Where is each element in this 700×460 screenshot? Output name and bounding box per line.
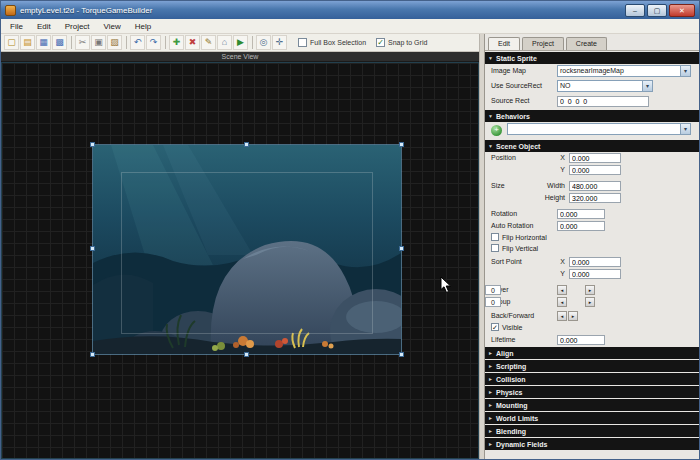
source-rect-input[interactable] xyxy=(557,96,649,107)
new-level-icon[interactable]: ▢ xyxy=(4,35,19,50)
section-header-mounting[interactable]: ►Mounting xyxy=(485,399,699,411)
save-level-icon[interactable]: ▦ xyxy=(36,35,51,50)
snap-to-grid-label: Snap to Grid xyxy=(388,39,427,46)
edit-object-icon[interactable]: ✎ xyxy=(201,35,216,50)
app-icon xyxy=(5,5,16,16)
redo-icon[interactable]: ↷ xyxy=(146,35,161,50)
section-header-physics[interactable]: ►Physics xyxy=(485,386,699,398)
scene-canvas[interactable] xyxy=(1,62,479,459)
delete-object-icon[interactable]: ✖ xyxy=(185,35,200,50)
undo-icon[interactable]: ↶ xyxy=(130,35,145,50)
collapsed-arrow-icon: ► xyxy=(488,438,496,450)
add-object-icon[interactable]: ✚ xyxy=(169,35,184,50)
image-map-value: rocksnearImageMap xyxy=(558,66,680,76)
section-header-scene-object[interactable]: ▼Scene Object xyxy=(485,140,699,152)
behavior-combobox[interactable]: ▾ xyxy=(507,123,691,135)
group-decrement-button[interactable]: ◂ xyxy=(557,297,567,307)
menu-file[interactable]: File xyxy=(3,19,30,34)
tab-project[interactable]: Project xyxy=(522,37,564,50)
resize-handle-top-left[interactable] xyxy=(90,142,95,147)
resize-handle-bottom-left[interactable] xyxy=(90,352,95,357)
tab-create[interactable]: Create xyxy=(566,37,607,50)
x-label: X xyxy=(527,258,565,265)
size-height-input[interactable] xyxy=(569,193,621,203)
pan-tool-icon[interactable]: ✛ xyxy=(272,35,287,50)
size-label: Size xyxy=(491,182,505,189)
maximize-button[interactable]: ▢ xyxy=(647,4,667,17)
snap-to-grid-checkmark-icon[interactable]: ✓ xyxy=(376,38,385,47)
resize-handle-bottom-right[interactable] xyxy=(399,352,404,357)
menu-view[interactable]: View xyxy=(97,19,128,34)
play-level-icon[interactable]: ▶ xyxy=(233,35,248,50)
chevron-down-icon[interactable]: ▾ xyxy=(680,124,690,134)
section-header-scripting[interactable]: ►Scripting xyxy=(485,360,699,372)
minimize-button[interactable]: – xyxy=(625,4,645,17)
layer-decrement-button[interactable]: ◂ xyxy=(557,285,567,295)
save-all-icon[interactable]: ▩ xyxy=(52,35,67,50)
selected-sprite[interactable] xyxy=(93,145,401,354)
zoom-tool-icon[interactable]: ◎ xyxy=(256,35,271,50)
section-title: Physics xyxy=(496,389,522,396)
collapsed-arrow-icon: ► xyxy=(488,399,496,411)
full-box-selection-checkmark-icon[interactable] xyxy=(298,38,307,47)
group-value[interactable]: 0 xyxy=(485,297,501,307)
section-header-world-limits[interactable]: ►World Limits xyxy=(485,412,699,424)
section-header-blending[interactable]: ►Blending xyxy=(485,425,699,437)
sort-point-label: Sort Point xyxy=(491,258,522,265)
visible-checkbox[interactable]: ✓ xyxy=(491,323,499,331)
section-header-collision[interactable]: ►Collision xyxy=(485,373,699,385)
group-increment-button[interactable]: ▸ xyxy=(585,297,595,307)
layer-value[interactable]: 0 xyxy=(485,285,501,295)
chevron-down-icon[interactable]: ▾ xyxy=(642,81,652,91)
chevron-down-icon[interactable]: ▾ xyxy=(680,66,690,76)
send-back-button[interactable]: ◂ xyxy=(557,311,567,321)
section-header-behaviors[interactable]: ▼Behaviors xyxy=(485,110,699,122)
paste-icon[interactable]: ▨ xyxy=(107,35,122,50)
auto-rotation-label: Auto Rotation xyxy=(491,222,533,229)
position-y-input[interactable] xyxy=(569,165,621,175)
collapsed-arrow-icon: ► xyxy=(488,386,496,398)
resize-handle-bottom-middle[interactable] xyxy=(244,352,249,357)
expanded-arrow-icon: ▼ xyxy=(488,140,496,152)
snap-to-grid-checkbox[interactable]: ✓ Snap to Grid xyxy=(376,38,427,47)
height-label: Height xyxy=(527,194,565,201)
sort-point-x-input[interactable] xyxy=(569,257,621,267)
position-label: Position xyxy=(491,154,516,161)
add-behavior-icon[interactable]: + xyxy=(491,125,502,136)
section-title: Align xyxy=(496,350,514,357)
flip-vertical-checkbox[interactable] xyxy=(491,244,499,252)
title-bar[interactable]: emptyLevel.t2d - TorqueGameBuilder – ▢ ✕ xyxy=(1,1,699,19)
section-header-static-sprite[interactable]: ▼Static Sprite xyxy=(485,52,699,64)
home-view-icon[interactable]: ⌂ xyxy=(217,35,232,50)
resize-handle-middle-left[interactable] xyxy=(90,246,95,251)
menu-bar: File Edit Project View Help xyxy=(1,19,699,34)
size-width-input[interactable] xyxy=(569,181,621,191)
menu-edit[interactable]: Edit xyxy=(30,19,58,34)
full-box-selection-checkbox[interactable]: Full Box Selection xyxy=(298,38,366,47)
rotation-input[interactable] xyxy=(557,209,605,219)
menu-help[interactable]: Help xyxy=(128,19,158,34)
resize-handle-top-middle[interactable] xyxy=(244,142,249,147)
section-header-align[interactable]: ►Align xyxy=(485,347,699,359)
resize-handle-middle-right[interactable] xyxy=(399,246,404,251)
copy-icon[interactable]: ▣ xyxy=(91,35,106,50)
y-label: Y xyxy=(527,166,565,173)
lifetime-input[interactable] xyxy=(557,335,605,345)
tab-edit[interactable]: Edit xyxy=(488,37,520,50)
open-level-icon[interactable]: ▤ xyxy=(20,35,35,50)
width-label: Width xyxy=(527,182,565,189)
bring-forward-button[interactable]: ▸ xyxy=(568,311,578,321)
sort-point-y-input[interactable] xyxy=(569,269,621,279)
menu-project[interactable]: Project xyxy=(58,19,97,34)
section-header-dynamic-fields[interactable]: ►Dynamic Fields xyxy=(485,438,699,450)
layer-increment-button[interactable]: ▸ xyxy=(585,285,595,295)
auto-rotation-input[interactable] xyxy=(557,221,605,231)
rotation-label: Rotation xyxy=(491,210,517,217)
use-sourcerect-combobox[interactable]: NO ▾ xyxy=(557,80,653,92)
cut-icon[interactable]: ✂ xyxy=(75,35,90,50)
close-button[interactable]: ✕ xyxy=(669,4,695,17)
resize-handle-top-right[interactable] xyxy=(399,142,404,147)
position-x-input[interactable] xyxy=(569,153,621,163)
image-map-combobox[interactable]: rocksnearImageMap ▾ xyxy=(557,65,691,77)
flip-horizontal-checkbox[interactable] xyxy=(491,233,499,241)
